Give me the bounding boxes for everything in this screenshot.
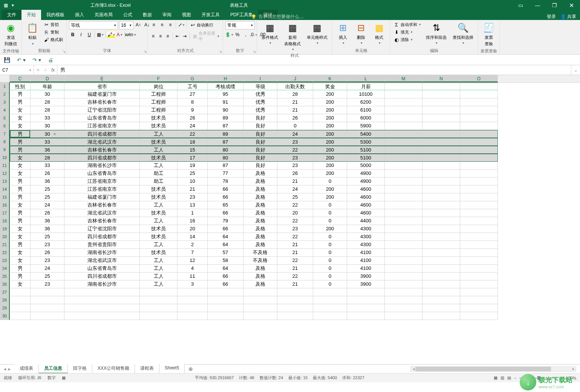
cell-N10[interactable] xyxy=(422,154,460,161)
tab-developer[interactable]: 开发工具 xyxy=(196,10,225,20)
cell-G30[interactable] xyxy=(178,312,208,320)
cell-G11[interactable]: 19 xyxy=(178,162,208,170)
minimize-button[interactable]: — xyxy=(529,0,546,11)
tab-data[interactable]: 数据 xyxy=(138,10,157,20)
cell-F15[interactable]: 技术员 xyxy=(140,193,178,201)
tab-review[interactable]: 审阅 xyxy=(157,10,177,20)
cell-C1[interactable]: 性别 xyxy=(10,83,31,90)
cell-E7[interactable]: 四川省成都市 xyxy=(64,130,140,138)
cell-I29[interactable] xyxy=(243,304,277,312)
cell-O25[interactable] xyxy=(460,273,498,280)
cell-K14[interactable]: 200 xyxy=(313,185,347,193)
cell-D11[interactable]: 33 xyxy=(31,162,64,170)
cell-I20[interactable]: 及格 xyxy=(243,233,277,241)
cell-D30[interactable] xyxy=(31,312,64,320)
row-header-30[interactable]: 30 xyxy=(0,312,10,320)
cell-J29[interactable] xyxy=(277,304,313,312)
cell-L16[interactable]: 4600 xyxy=(347,201,385,209)
cell-O6[interactable] xyxy=(460,122,498,130)
merge-center-button[interactable]: ⊞合并后居中 xyxy=(191,30,220,42)
column-header-M[interactable]: M xyxy=(385,75,422,82)
cell-H2[interactable]: 95 xyxy=(208,90,243,98)
cell-L21[interactable]: 4300 xyxy=(347,241,385,249)
cell-K24[interactable]: 0 xyxy=(313,265,347,273)
percent-format-button[interactable]: % xyxy=(234,31,241,38)
row-header-25[interactable]: 25 xyxy=(0,273,10,280)
cell-L4[interactable]: 6100 xyxy=(347,106,385,114)
cell-D27[interactable] xyxy=(31,288,64,296)
cell-E20[interactable]: 四川省成都市 xyxy=(64,233,140,241)
cell-D14[interactable]: 25 xyxy=(31,185,64,193)
cell-C8[interactable]: 男 xyxy=(10,138,31,145)
cell-I4[interactable]: 优秀 xyxy=(243,106,277,114)
cell-J9[interactable]: 22 xyxy=(277,146,313,153)
cell-J21[interactable]: 21 xyxy=(277,241,313,249)
cell-I22[interactable]: 不及格 xyxy=(243,249,277,257)
cell-K27[interactable] xyxy=(313,288,347,296)
cell-F12[interactable]: 助工 xyxy=(140,170,178,178)
cell-O23[interactable] xyxy=(460,257,498,265)
cell-E16[interactable]: 吉林省长春市 xyxy=(64,201,140,209)
cell-L14[interactable]: 4600 xyxy=(347,185,385,193)
cell-N29[interactable] xyxy=(422,304,460,312)
cell-N15[interactable] xyxy=(422,193,460,201)
cell-N11[interactable] xyxy=(422,162,460,170)
cell-E12[interactable]: 山东省青岛市 xyxy=(64,170,140,178)
cell-D4[interactable]: 28 xyxy=(31,106,64,114)
cell-D10[interactable]: 28 xyxy=(31,154,64,161)
cell-O5[interactable] xyxy=(460,114,498,122)
tab-insert[interactable]: 插入 xyxy=(70,10,89,20)
cell-L25[interactable]: 3900 xyxy=(347,273,385,280)
cell-G17[interactable]: 1 xyxy=(178,209,208,217)
row-header-4[interactable]: 4 xyxy=(0,106,10,114)
align-bottom-button[interactable]: ≡ xyxy=(167,21,174,29)
cell-N16[interactable] xyxy=(422,201,460,209)
cell-K20[interactable]: 0 xyxy=(313,233,347,241)
cell-M28[interactable] xyxy=(385,296,422,304)
save-button[interactable]: 💾 xyxy=(4,57,10,63)
cell-H29[interactable] xyxy=(208,304,243,312)
alignment-launcher[interactable]: ↘ xyxy=(219,49,222,54)
cell-D19[interactable]: 36 xyxy=(31,225,64,233)
row-header-11[interactable]: 11 xyxy=(0,162,10,170)
cell-N1[interactable] xyxy=(422,83,460,90)
cell-G20[interactable]: 14 xyxy=(178,233,208,241)
cell-J25[interactable]: 22 xyxy=(277,273,313,280)
cell-J18[interactable]: 22 xyxy=(277,217,313,225)
row-header-2[interactable]: 2 xyxy=(0,90,10,98)
print-preview-button[interactable]: 🖨 xyxy=(48,57,53,63)
cell-F8[interactable]: 技术员 xyxy=(140,138,178,145)
cell-H11[interactable]: 87 xyxy=(208,162,243,170)
cell-M7[interactable] xyxy=(385,130,422,138)
column-header-C[interactable]: C xyxy=(10,75,31,82)
cell-O29[interactable] xyxy=(460,304,498,312)
undo-button[interactable]: ↶ ▾ xyxy=(17,57,26,63)
cell-I14[interactable]: 及格 xyxy=(243,185,277,193)
cell-J19[interactable]: 23 xyxy=(277,225,313,233)
align-top-button[interactable]: ≡ xyxy=(150,21,158,29)
cell-H16[interactable]: 65 xyxy=(208,201,243,209)
border-button[interactable]: ▦ xyxy=(96,31,104,38)
cell-E19[interactable]: 辽宁省沈阳市 xyxy=(64,225,140,233)
cell-G23[interactable]: 12 xyxy=(178,257,208,265)
cell-C25[interactable]: 男 xyxy=(10,273,31,280)
cell-K4[interactable]: 200 xyxy=(313,106,347,114)
normal-view-button[interactable]: ▦ xyxy=(494,375,497,380)
cell-K5[interactable]: 200 xyxy=(313,114,347,122)
cell-J22[interactable]: 21 xyxy=(277,249,313,257)
cell-K28[interactable] xyxy=(313,296,347,304)
cell-J2[interactable]: 28 xyxy=(277,90,313,98)
name-box[interactable]: C7▾ xyxy=(0,65,34,75)
cell-H25[interactable]: 66 xyxy=(208,273,243,280)
cell-O11[interactable] xyxy=(460,162,498,170)
cell-J17[interactable]: 20 xyxy=(277,209,313,217)
cell-C16[interactable]: 女 xyxy=(10,201,31,209)
cell-L9[interactable]: 5100 xyxy=(347,146,385,153)
cell-G25[interactable]: 11 xyxy=(178,273,208,280)
row-header-9[interactable]: 9 xyxy=(0,146,10,154)
cell-H6[interactable]: 87 xyxy=(208,122,243,130)
cell-M19[interactable] xyxy=(385,225,422,233)
spreadsheet-grid[interactable]: CDEFGHIJKLMNO 12345678910111213141516171… xyxy=(0,75,580,339)
cell-C30[interactable] xyxy=(10,312,31,320)
cell-G21[interactable]: 2 xyxy=(178,241,208,249)
